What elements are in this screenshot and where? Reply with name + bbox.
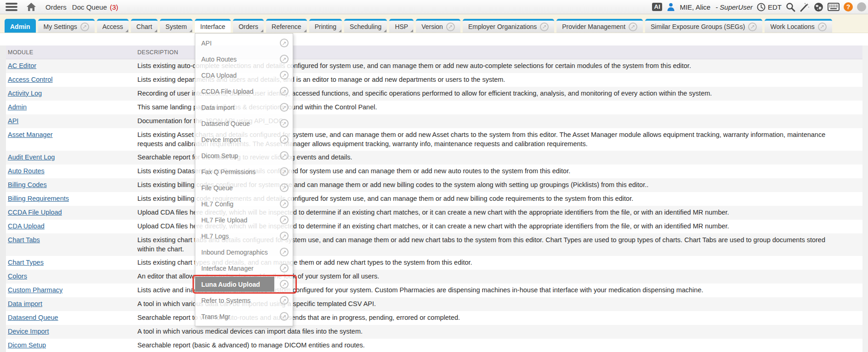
tab-provider-management[interactable]: Provider Management↗ <box>556 19 643 33</box>
module-cell: AC Editor <box>6 59 131 72</box>
tab-work-locations[interactable]: Work Locations↗ <box>765 19 832 33</box>
menu-item-hl7-config[interactable]: HL7 Config↗ <box>195 196 293 212</box>
module-cell: Billing Codes <box>6 178 131 191</box>
module-cell: Device Import <box>6 325 131 338</box>
dropdown-caret-icon <box>384 29 386 32</box>
tab-admin[interactable]: Admin <box>5 19 36 33</box>
globe-icon[interactable] <box>814 2 823 12</box>
ai-badge[interactable]: AI <box>652 3 662 11</box>
menu-item-fax-q-permissions[interactable]: Fax Q Permissions↗ <box>195 164 293 180</box>
home-icon[interactable] <box>26 2 36 11</box>
module-link[interactable]: API <box>8 117 18 125</box>
tab-system[interactable]: System <box>160 19 193 33</box>
module-cell: Admin <box>6 101 131 114</box>
tab-label: Similar Exposure Groups (SEGs) <box>651 23 745 30</box>
external-link-icon: ↗ <box>280 167 289 176</box>
search-icon[interactable] <box>786 2 795 12</box>
module-cell: Activity Log <box>6 87 131 100</box>
timezone-label: EDT <box>768 3 782 11</box>
user-icon[interactable] <box>666 2 675 11</box>
status-circle-icon[interactable] <box>857 2 866 11</box>
tab-hsp[interactable]: HSP <box>389 19 414 33</box>
tab-label: System <box>165 23 187 30</box>
module-link[interactable]: Asset Manager <box>8 131 53 138</box>
menu-item-hl7-logs[interactable]: HL7 Logs↗ <box>195 228 293 244</box>
breadcrumb-orders[interactable]: Orders <box>45 3 67 11</box>
module-cell: Data import <box>6 297 131 310</box>
module-cell: Auto Routes <box>6 165 131 177</box>
menu-item-data-import[interactable]: Data import↗ <box>195 99 293 115</box>
external-link-icon: ↗ <box>280 183 289 192</box>
menu-item-dicom-setup[interactable]: Dicom Setup↗ <box>195 148 293 164</box>
module-link[interactable]: Activity Log <box>8 90 42 97</box>
table-row: Custom PharmacyLists active and inactive… <box>6 284 862 297</box>
module-link[interactable]: CCDA File Upload <box>8 209 62 216</box>
menu-item-trans-mgr[interactable]: Trans Mgr↗ <box>195 308 293 324</box>
module-link[interactable]: Chart Tabs <box>8 236 40 244</box>
dropdown-caret-icon <box>304 29 306 32</box>
menu-item-auto-routes[interactable]: Auto Routes↗ <box>195 51 293 67</box>
tab-employer-organizations[interactable]: Employer Organizations↗ <box>463 19 554 33</box>
module-link[interactable]: AC Editor <box>8 62 36 69</box>
column-header-module: MODULE <box>6 49 131 56</box>
external-link-icon: ↗ <box>280 71 289 79</box>
help-icon[interactable]: ? <box>844 2 853 11</box>
menu-item-ccda-file-upload[interactable]: CCDA File Upload↗ <box>195 83 293 99</box>
module-cell: CDA Upload <box>6 220 131 233</box>
user-name[interactable]: MIE, Alice <box>680 3 710 11</box>
menu-item-cda-upload[interactable]: CDA Upload↗ <box>195 67 293 83</box>
table-row: Billing CodesLists existing billing code… <box>6 178 862 192</box>
tab-printing[interactable]: Printing <box>309 19 342 33</box>
menu-item-luna-audio-upload[interactable]: Luna Audio Upload↗ <box>195 276 293 292</box>
tab-my-settings[interactable]: My Settings↗ <box>38 19 95 33</box>
module-cell: Chart Types <box>6 256 131 269</box>
tab-access[interactable]: Access <box>97 19 129 33</box>
menu-item-datasend-queue[interactable]: Datasend Queue↗ <box>195 115 293 131</box>
menu-item-interface-manager[interactable]: Interface Manager↗ <box>195 260 293 276</box>
right-gutter[interactable] <box>862 45 868 352</box>
interface-dropdown-menu: API↗Auto Routes↗CDA Upload↗CCDA File Upl… <box>195 33 293 326</box>
module-link[interactable]: Colors <box>8 273 27 280</box>
module-link[interactable]: Datasend Queue <box>8 314 58 321</box>
module-link[interactable]: Dicom Setup <box>8 341 46 349</box>
keyboard-icon[interactable] <box>828 3 840 11</box>
module-link[interactable]: CDA Upload <box>8 222 45 230</box>
module-link[interactable]: Custom Pharmacy <box>8 286 62 294</box>
external-link-icon: ↗ <box>280 55 289 63</box>
breadcrumb-doc-queue[interactable]: Doc Queue (3) <box>72 3 118 11</box>
module-link[interactable]: Data import <box>8 300 42 307</box>
tab-interface[interactable]: Interface <box>195 19 231 33</box>
menu-item-label: HL7 File Upload <box>201 216 247 224</box>
tab-version[interactable]: Version↗ <box>416 19 460 33</box>
tab-similar-exposure-groups-segs[interactable]: Similar Exposure Groups (SEGs)↗ <box>645 19 762 33</box>
tab-orders[interactable]: Orders <box>233 19 264 33</box>
menu-item-api[interactable]: API↗ <box>195 35 293 51</box>
external-link-icon: ↗ <box>280 312 289 321</box>
menu-item-label: Device Import <box>201 136 241 143</box>
menu-item-inbound-demographics[interactable]: Inbound Demographics↗ <box>195 244 293 260</box>
module-link[interactable]: Admin <box>8 103 27 111</box>
tab-label: Access <box>102 23 123 30</box>
module-link[interactable]: Billing Requirements <box>8 195 69 202</box>
module-link[interactable]: Chart Types <box>8 259 44 266</box>
module-link[interactable]: Device Import <box>8 328 49 335</box>
external-link-icon: ↗ <box>446 23 455 31</box>
module-link[interactable]: Audit Event Log <box>8 153 55 161</box>
menu-item-refer-to-systems[interactable]: Refer to Systems↗ <box>195 292 293 308</box>
hamburger-menu-icon[interactable] <box>6 3 17 11</box>
tab-reference[interactable]: Reference <box>266 19 307 33</box>
tab-scheduling[interactable]: Scheduling <box>344 19 387 33</box>
tab-chart[interactable]: Chart <box>131 19 158 33</box>
module-link[interactable]: Access Control <box>8 76 53 83</box>
module-link[interactable]: Billing Codes <box>8 181 47 188</box>
menu-item-hl7-file-upload[interactable]: HL7 File Upload↗ <box>195 212 293 228</box>
menu-item-label: Datasend Queue <box>201 120 250 127</box>
menu-item-device-import[interactable]: Device Import↗ <box>195 131 293 148</box>
module-link[interactable]: Auto Routes <box>8 167 45 175</box>
menu-item-label: CDA Upload <box>201 72 237 79</box>
magic-wand-icon[interactable] <box>800 2 810 12</box>
external-link-icon: ↗ <box>280 119 289 128</box>
menu-item-file-queue[interactable]: File Queue↗ <box>195 180 293 196</box>
external-link-icon: ↗ <box>540 23 549 31</box>
clock-icon[interactable] <box>757 3 766 11</box>
